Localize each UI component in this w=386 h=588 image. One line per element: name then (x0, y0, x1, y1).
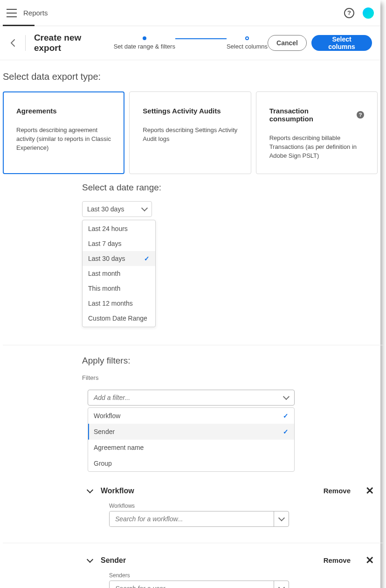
card-title: Transaction consumption ? (269, 107, 364, 123)
export-type-heading: Select data export type: (3, 71, 380, 82)
card-title: Settings Activity Audits (143, 107, 237, 115)
back-arrow-icon[interactable] (8, 37, 19, 49)
date-range-value: Last 30 days (87, 205, 124, 213)
select-columns-button[interactable]: Select columns (311, 35, 372, 51)
date-range-menu: Last 24 hours Last 7 days Last 30 days✓ … (82, 220, 156, 327)
sender-search-input[interactable] (110, 581, 274, 588)
stepper: Set date range & filters Select columns (114, 36, 268, 50)
step-2: Select columns (227, 36, 268, 50)
check-icon: ✓ (144, 255, 150, 262)
avatar[interactable] (363, 7, 374, 19)
divider (3, 543, 383, 543)
remove-filter-button[interactable]: Remove (324, 556, 351, 564)
field-label: Workflows (109, 503, 380, 509)
filter-option-sender[interactable]: Sender✓ (88, 424, 294, 440)
combo-toggle-button[interactable] (274, 581, 289, 588)
page-title: Create new export (34, 33, 104, 53)
filter-name: Sender (101, 556, 126, 565)
step-dot-icon (143, 36, 146, 40)
card-settings-audits[interactable]: Settings Activity Audits Reports describ… (129, 91, 251, 174)
export-type-cards: Agreements Reports describing agreement … (3, 91, 380, 174)
add-filter-placeholder: Add a filter... (94, 394, 130, 401)
date-range-select[interactable]: Last 30 days (82, 201, 152, 217)
close-icon[interactable]: ✕ (365, 555, 374, 566)
cancel-button[interactable]: Cancel (268, 35, 307, 51)
chevron-down-icon (141, 204, 148, 211)
menu-icon[interactable] (7, 9, 17, 17)
help-icon[interactable]: ? (344, 8, 354, 18)
card-desc: Reports describing billable Transactions… (269, 134, 364, 161)
step-label: Set date range & filters (114, 43, 175, 50)
field-label: Senders (109, 572, 380, 579)
filters-label: Filters (82, 374, 380, 381)
workflow-search-input[interactable] (110, 511, 274, 526)
subheader: Create new export Set date range & filte… (0, 26, 380, 60)
divider (3, 345, 383, 345)
date-option-last-30-days[interactable]: Last 30 days✓ (83, 251, 155, 266)
filters-heading: Apply filters: (82, 356, 380, 366)
chevron-down-icon (278, 584, 284, 588)
step-label: Select columns (227, 43, 268, 50)
card-agreements[interactable]: Agreements Reports describing agreement … (3, 91, 124, 174)
top-nav: Reports ? (0, 0, 380, 26)
close-icon[interactable]: ✕ (365, 486, 374, 496)
card-transaction-consumption[interactable]: Transaction consumption ? Reports descri… (256, 91, 378, 174)
nav-title: Reports (23, 9, 48, 17)
date-option-last-12-months[interactable]: Last 12 months (83, 296, 155, 311)
collapse-icon[interactable] (87, 486, 93, 493)
applied-filter-workflow: Workflow Remove ✕ Workflows (82, 486, 380, 527)
filter-options-menu: Workflow✓ Sender✓ Agreement name Group (88, 407, 295, 472)
card-desc: Reports describing agreement activity (s… (16, 126, 111, 153)
check-icon: ✓ (283, 412, 289, 420)
filter-option-group[interactable]: Group (88, 455, 294, 471)
card-title-text: Transaction consumption (269, 107, 353, 123)
chevron-down-icon (278, 514, 284, 521)
card-desc: Reports describing Settings Activity Aud… (143, 126, 237, 144)
date-option-custom[interactable]: Custom Date Range (83, 311, 155, 326)
remove-filter-button[interactable]: Remove (324, 487, 351, 495)
chevron-down-icon (283, 393, 290, 399)
date-option-this-month[interactable]: This month (83, 281, 155, 296)
filter-option-agreement-name[interactable]: Agreement name (88, 440, 294, 455)
info-icon[interactable]: ? (357, 111, 364, 119)
workflow-search-combo (109, 511, 289, 527)
step-1: Set date range & filters (114, 36, 175, 50)
filter-option-workflow[interactable]: Workflow✓ (88, 408, 294, 424)
filter-name: Workflow (101, 487, 134, 495)
date-option-last-24-hours[interactable]: Last 24 hours (83, 221, 155, 236)
date-option-last-month[interactable]: Last month (83, 266, 155, 281)
combo-toggle-button[interactable] (274, 511, 289, 526)
card-title: Agreements (16, 107, 111, 115)
add-filter-select[interactable]: Add a filter... (88, 390, 295, 406)
step-connector (175, 38, 227, 39)
divider (25, 35, 26, 51)
date-option-last-7-days[interactable]: Last 7 days (83, 236, 155, 251)
step-dot-icon (245, 36, 249, 40)
applied-filter-sender: Sender Remove ✕ Senders (82, 555, 380, 588)
collapse-icon[interactable] (87, 556, 93, 562)
sender-search-combo (109, 581, 289, 588)
date-range-heading: Select a date range: (82, 182, 380, 193)
check-icon: ✓ (283, 428, 289, 435)
